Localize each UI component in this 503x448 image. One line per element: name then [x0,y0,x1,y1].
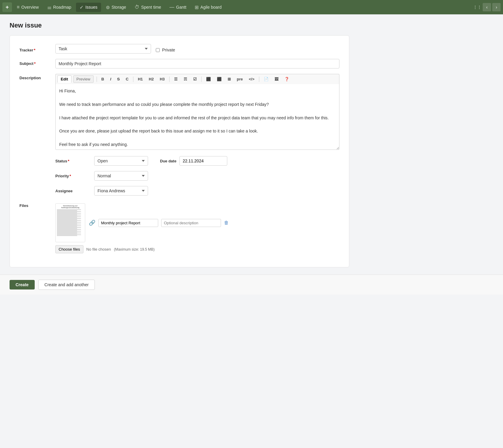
nav-item-gantt[interactable]: ― Gantt [166,3,190,12]
due-date-label: Due date [160,159,176,163]
storage-icon: ⊚ [106,4,110,10]
create-button[interactable]: Create [10,280,35,289]
subject-input[interactable] [55,59,339,68]
agile-board-icon: ⊞ [195,4,199,10]
private-checkbox[interactable] [156,48,160,52]
tracker-field: Task Bug Feature Support Private [55,44,339,54]
toolbar-h3[interactable]: H3 [157,76,167,83]
toolbar-align-right[interactable]: ⬛ [214,76,224,83]
toolbar-attach[interactable]: 📄 [261,76,271,83]
toolbar-image[interactable]: 🖼 [272,76,281,83]
subject-row: Subject* [19,59,339,68]
nav-item-issues[interactable]: ✓ Issues [76,3,101,12]
toolbar-bold[interactable]: B [99,76,107,83]
file-thumbnail: Vereinbarung zur Auftragsverarbeitung [55,203,85,242]
file-upload-row: Choose files No file chosen (Maximum siz… [55,245,339,253]
create-and-add-another-button[interactable]: Create and add another [38,280,95,290]
nav-label-spent-time: Spent time [141,5,161,10]
add-button[interactable]: + [2,2,12,12]
tracker-row: Tracker* Task Bug Feature Support Privat… [19,44,339,54]
status-label: Status* [55,159,91,163]
file-name-input[interactable] [98,219,158,227]
toolbar-h1[interactable]: H1 [135,76,146,83]
issues-icon: ✓ [80,4,83,10]
file-attach-icon: 🔗 [89,220,95,226]
tab-edit[interactable]: Edit [57,75,71,83]
nav-item-agile-board[interactable]: ⊞ Agile board [191,3,225,12]
nav-item-roadmap[interactable]: ⚌ Roadmap [44,3,75,12]
toolbar-align-left[interactable]: ⬛ [203,76,214,83]
toolbar-divider-5 [259,77,259,82]
more-icon[interactable]: ⋮⋮ [473,5,481,10]
toolbar-ol[interactable]: ☴ [181,76,190,83]
due-date-input[interactable] [179,156,227,166]
toolbar-divider-2 [133,77,133,82]
toolbar-code-inline[interactable]: C [123,76,131,83]
file-controls: 🔗 🗑 [89,219,229,227]
toolbar-divider-4 [201,77,202,82]
assignee-row: Assignee Fiona Andrews Ema John Doe [55,186,339,196]
description-textarea[interactable]: Hi Fiona, We need to track team performa… [55,84,339,150]
files-label: Files [19,201,55,208]
spent-time-icon: ⏱ [135,4,139,10]
files-field: Vereinbarung zur Auftragsverarbeitung [55,203,339,253]
file-delete-icon[interactable]: 🗑 [224,220,229,225]
toolbar-divider-1 [97,77,97,82]
assignee-select[interactable]: Fiona Andrews Ema John Doe [94,186,148,196]
private-row: Private [156,45,175,52]
no-file-text: No file chosen [86,247,111,252]
nav-label-overview: Overview [21,5,39,10]
priority-select[interactable]: Low Normal High Urgent Immediate [94,171,148,181]
top-navigation: + ≡ Overview ⚌ Roadmap ✓ Issues ⊚ Storag… [0,0,503,14]
nav-label-roadmap: Roadmap [53,5,71,10]
file-item: Vereinbarung zur Auftragsverarbeitung [55,203,339,242]
tracker-select[interactable]: Task Bug Feature Support [55,44,151,54]
nav-next-button[interactable]: › [492,3,501,11]
assignee-label: Assignee [55,189,91,193]
files-row: Files Vereinbarung zur Auftragsverarbeit… [19,201,339,253]
toolbar-table[interactable]: ⊞ [225,76,234,83]
toolbar-ul[interactable]: ☰ [171,76,180,83]
toolbar-pre[interactable]: pre [234,76,246,83]
toolbar-divider-3 [169,77,170,82]
status-select[interactable]: Open In Progress Closed Resolved [94,156,148,166]
nav-label-issues: Issues [85,5,97,10]
nav-item-storage[interactable]: ⊚ Storage [102,3,130,12]
max-size-text: (Maximum size: 19.5 MB) [114,247,155,252]
priority-row: Priority* Low Normal High Urgent Immedia… [55,171,339,181]
page-title: New issue [10,22,349,29]
status-due-row: Status* Open In Progress Closed Resolved… [55,156,339,166]
toolbar-tasklist[interactable]: ☑ [190,76,199,83]
description-label: Description [19,74,55,80]
description-toolbar: Edit Preview B I S C H1 H2 H3 ☰ ☴ [55,74,339,84]
nav-item-spent-time[interactable]: ⏱ Spent time [131,3,165,12]
toolbar-h2[interactable]: H2 [146,76,157,83]
roadmap-icon: ⚌ [47,4,51,10]
subject-field [55,59,339,68]
nav-item-overview[interactable]: ≡ Overview [13,3,42,12]
tab-preview[interactable]: Preview [73,75,94,83]
choose-files-button[interactable]: Choose files [55,245,83,253]
form-footer: Create Create and add another [0,275,503,295]
nav-label-agile-board: Agile board [200,5,222,10]
toolbar-italic[interactable]: I [107,76,114,83]
nav-prev-button[interactable]: ‹ [483,3,491,11]
description-row: Description Edit Preview B I S C H1 H2 H… [19,74,339,151]
nav-label-gantt: Gantt [176,5,186,10]
subject-label: Subject* [19,59,55,66]
tracker-label: Tracker* [19,45,55,52]
private-label[interactable]: Private [162,48,175,52]
file-desc-input[interactable] [161,219,221,227]
toolbar-help[interactable]: ❓ [282,76,292,83]
nav-label-storage: Storage [112,5,126,10]
toolbar-strike[interactable]: S [115,76,123,83]
priority-label: Priority* [55,174,91,178]
overview-icon: ≡ [17,4,19,10]
gantt-icon: ― [170,4,174,10]
new-issue-form: Tracker* Task Bug Feature Support Privat… [10,35,349,267]
description-field: Edit Preview B I S C H1 H2 H3 ☰ ☴ [55,74,339,151]
toolbar-code[interactable]: </> [246,76,257,83]
